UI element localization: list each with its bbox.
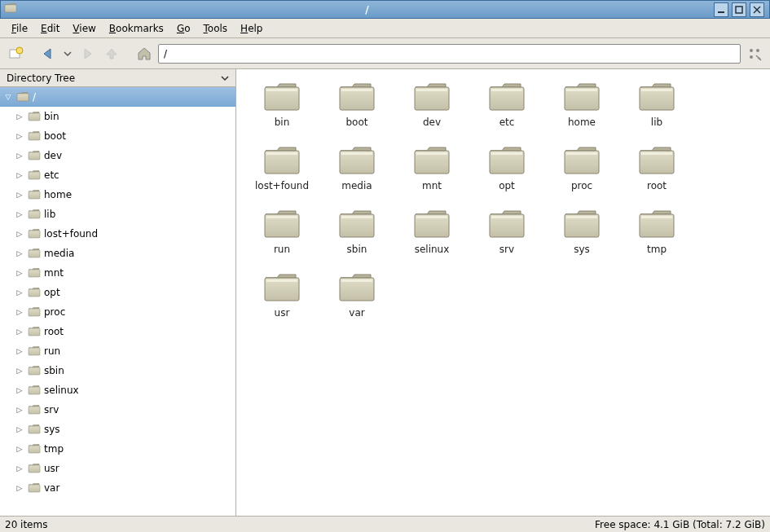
folder-icon	[412, 208, 451, 240]
expand-icon[interactable]: ▷	[15, 269, 24, 277]
tree-item[interactable]: ▷bin	[0, 107, 235, 126]
path-input[interactable]: /	[158, 44, 741, 64]
new-tab-button[interactable]	[5, 43, 26, 64]
folder-icon	[28, 189, 41, 200]
folder-item[interactable]: tmp	[619, 208, 694, 271]
folder-item[interactable]: selinux	[394, 208, 469, 271]
tree-item[interactable]: ▷run	[0, 341, 235, 361]
home-button[interactable]	[134, 43, 155, 64]
tree-item[interactable]: ▷boot	[0, 126, 235, 146]
tree-item[interactable]: ▷media	[0, 244, 235, 263]
tree-item[interactable]: ▷lib	[0, 204, 235, 224]
tree-item[interactable]: ▷selinux	[0, 380, 235, 400]
folder-item[interactable]: etc	[469, 81, 544, 144]
folder-item[interactable]: sys	[544, 208, 619, 271]
expand-icon[interactable]: ▷	[15, 191, 24, 199]
menu-edit[interactable]: Edit	[34, 21, 66, 36]
tree-item[interactable]: ▷proc	[0, 302, 235, 322]
folder-item[interactable]: usr	[244, 271, 319, 335]
expand-icon[interactable]: ▷	[15, 112, 24, 121]
tree-item[interactable]: ▷opt	[0, 283, 235, 302]
folder-item[interactable]: bin	[244, 81, 319, 144]
tree-item[interactable]: ▷root	[0, 322, 235, 341]
expand-icon[interactable]: ▷	[15, 367, 24, 375]
folder-icon	[487, 81, 526, 113]
folder-item[interactable]: var	[319, 271, 394, 335]
tree-item[interactable]: ▷sbin	[0, 361, 235, 380]
folder-item[interactable]: opt	[469, 144, 544, 208]
content-pane[interactable]: binbootdevetchomeliblost+foundmediamntop…	[236, 69, 770, 516]
collapse-icon[interactable]: ▽	[3, 93, 13, 101]
back-button[interactable]	[37, 43, 59, 64]
expand-icon[interactable]: ▷	[15, 328, 24, 336]
minimize-button[interactable]	[714, 2, 728, 17]
folder-item[interactable]: media	[319, 144, 394, 208]
tree-item-label: proc	[44, 306, 65, 318]
expand-icon[interactable]: ▷	[15, 386, 24, 394]
tree-item[interactable]: ▷usr	[0, 459, 235, 478]
expand-icon[interactable]: ▷	[15, 210, 24, 218]
menu-tools[interactable]: Tools	[197, 21, 235, 36]
directory-tree[interactable]: ▽ / ▷bin▷boot▷dev▷etc▷home▷lib▷lost+foun…	[0, 87, 235, 516]
forward-button[interactable]	[77, 43, 98, 64]
up-button[interactable]	[101, 43, 122, 64]
status-items: 20 items	[5, 519, 595, 530]
folder-item[interactable]: dev	[394, 81, 469, 144]
tree-item[interactable]: ▷var	[0, 478, 235, 498]
folder-label: etc	[499, 117, 515, 128]
menu-bookmarks[interactable]: Bookmarks	[103, 21, 170, 36]
expand-icon[interactable]: ▷	[15, 425, 24, 433]
folder-item[interactable]: boot	[319, 81, 394, 144]
tree-item[interactable]: ▷lost+found	[0, 224, 235, 244]
folder-item[interactable]: run	[244, 208, 319, 271]
folder-icon	[28, 209, 41, 220]
folder-icon	[28, 385, 41, 396]
close-button[interactable]	[750, 2, 764, 17]
expand-icon[interactable]: ▷	[15, 288, 24, 297]
tree-item[interactable]: ▷dev	[0, 146, 235, 165]
tree-item-label: lib	[44, 209, 55, 220]
folder-icon	[28, 287, 41, 298]
menu-file[interactable]: File	[5, 21, 34, 36]
folder-item[interactable]: srv	[469, 208, 544, 271]
expand-icon[interactable]: ▷	[15, 230, 24, 238]
folder-item[interactable]: home	[544, 81, 619, 144]
expand-icon[interactable]: ▷	[15, 152, 24, 160]
menu-help[interactable]: Help	[234, 21, 269, 36]
folder-item[interactable]: root	[619, 144, 694, 208]
expand-icon[interactable]: ▷	[15, 445, 24, 453]
expand-icon[interactable]: ▷	[15, 484, 24, 492]
tree-item[interactable]: ▷srv	[0, 400, 235, 420]
tree-item-label: lost+found	[44, 228, 98, 240]
tree-item[interactable]: ▷mnt	[0, 263, 235, 283]
tree-item[interactable]: ▷tmp	[0, 439, 235, 459]
folder-icon	[28, 228, 41, 240]
expand-icon[interactable]: ▷	[15, 249, 24, 257]
sidebar-header[interactable]: Directory Tree	[0, 69, 235, 87]
tree-root[interactable]: ▽ /	[0, 87, 235, 107]
menu-view[interactable]: View	[66, 21, 102, 36]
folder-item[interactable]: mnt	[394, 144, 469, 208]
maximize-button[interactable]	[732, 2, 746, 17]
expand-icon[interactable]: ▷	[15, 308, 24, 316]
folder-item[interactable]: lib	[619, 81, 694, 144]
tree-item-label: dev	[44, 150, 62, 161]
tree-item[interactable]: ▷home	[0, 185, 235, 204]
folder-item[interactable]: proc	[544, 144, 619, 208]
expand-icon[interactable]: ▷	[15, 171, 24, 179]
expand-icon[interactable]: ▷	[15, 406, 24, 414]
tree-item-label: tmp	[44, 443, 64, 455]
expand-icon[interactable]: ▷	[15, 347, 24, 355]
expand-icon[interactable]: ▷	[15, 132, 24, 140]
tree-item[interactable]: ▷sys	[0, 420, 235, 439]
tree-item-label: sys	[44, 424, 60, 435]
menu-go[interactable]: Go	[170, 21, 197, 36]
tree-root-label: /	[33, 91, 36, 103]
tree-item[interactable]: ▷etc	[0, 165, 235, 185]
expand-icon[interactable]: ▷	[15, 464, 24, 473]
folder-item[interactable]: lost+found	[244, 144, 319, 208]
menu-bar: FileEditViewBookmarksGoToolsHelp	[0, 19, 770, 38]
back-history-button[interactable]	[62, 43, 73, 64]
view-options-button[interactable]	[744, 43, 765, 64]
folder-item[interactable]: sbin	[319, 208, 394, 271]
